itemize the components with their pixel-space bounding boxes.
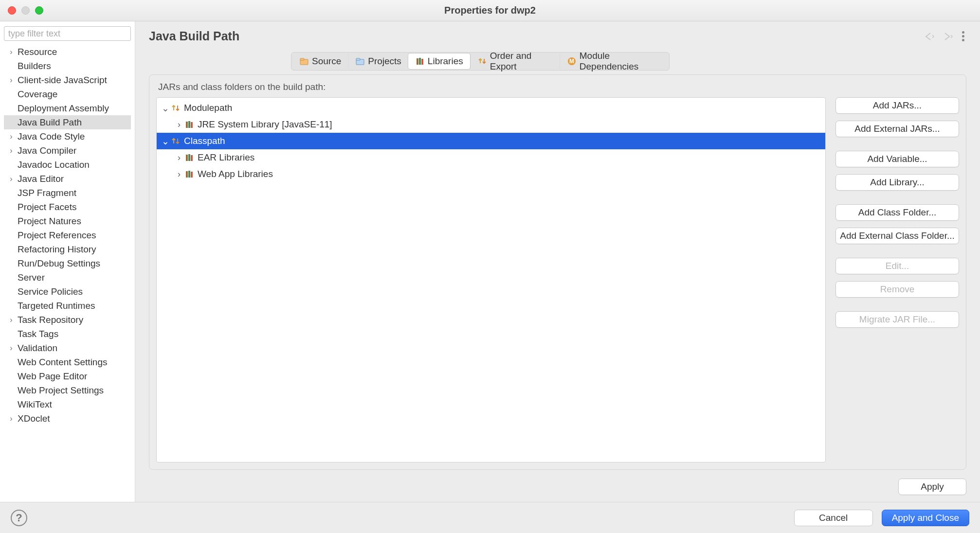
sidebar-item-wikitext[interactable]: WikiText	[4, 397, 131, 411]
sidebar-item-java-editor[interactable]: ›Java Editor	[4, 172, 131, 186]
page-title: Java Build Path	[149, 29, 239, 43]
svg-rect-4	[417, 58, 418, 65]
tab-bar: SourceProjectsLibrariesOrder and ExportM…	[291, 52, 670, 71]
window-title: Properties for dwp2	[444, 5, 536, 16]
sidebar-item-java-code-style[interactable]: ›Java Code Style	[4, 129, 131, 143]
apply-and-close-button[interactable]: Apply and Close	[882, 510, 969, 526]
add-jars-button[interactable]: Add JARs...	[835, 97, 959, 114]
nav-forward-icon[interactable]	[940, 32, 954, 41]
sidebar-item-client-side-javascript[interactable]: ›Client-side JavaScript	[4, 73, 131, 87]
sidebar-item-run-debug-settings[interactable]: Run/Debug Settings	[4, 256, 131, 270]
tab-label: Libraries	[428, 56, 463, 67]
help-icon[interactable]: ?	[11, 510, 27, 526]
sidebar-item-label: JSP Fragment	[16, 188, 76, 198]
sidebar-item-task-tags[interactable]: Task Tags	[4, 327, 131, 341]
sidebar-item-refactoring-history[interactable]: Refactoring History	[4, 242, 131, 256]
sidebar-item-label: Targeted Runtimes	[16, 301, 95, 311]
sidebar-item-validation[interactable]: ›Validation	[4, 341, 131, 355]
sidebar-item-java-build-path[interactable]: Java Build Path	[4, 115, 131, 129]
tree-row-label: Web App Libraries	[198, 169, 273, 179]
sidebar-item-web-page-editor[interactable]: Web Page Editor	[4, 369, 131, 383]
remove-button: Remove	[835, 281, 959, 298]
chevron-right-icon[interactable]: ›	[174, 119, 184, 130]
sidebar-item-java-compiler[interactable]: ›Java Compiler	[4, 143, 131, 158]
sidebar-item-project-facets[interactable]: Project Facets	[4, 200, 131, 214]
sidebar-item-web-content-settings[interactable]: Web Content Settings	[4, 355, 131, 369]
sidebar-item-label: Project Facets	[16, 202, 76, 213]
sidebar-item-javadoc-location[interactable]: Javadoc Location	[4, 158, 131, 172]
tree-row-label: EAR Libraries	[198, 152, 254, 163]
nav-back-icon[interactable]	[924, 32, 937, 41]
add-variable-button[interactable]: Add Variable...	[835, 151, 959, 167]
sidebar-item-coverage[interactable]: Coverage	[4, 87, 131, 101]
tab-order-and-export[interactable]: Order and Export	[470, 53, 560, 69]
module-path-icon	[170, 136, 181, 146]
apply-button[interactable]: Apply	[898, 479, 966, 495]
tree-row-jre-system-library-javase-11-[interactable]: ›JRE System Library [JavaSE-11]	[157, 116, 825, 133]
tab-projects[interactable]: Projects	[348, 53, 408, 69]
sidebar-item-label: Web Project Settings	[16, 385, 104, 396]
view-menu-icon[interactable]	[960, 31, 966, 41]
sidebar-item-label: Server	[16, 272, 45, 283]
libraries-description: JARs and class folders on the build path…	[149, 82, 966, 97]
sidebar-item-project-references[interactable]: Project References	[4, 228, 131, 242]
sidebar-item-label: Project References	[16, 230, 96, 241]
sidebar-item-deployment-assembly[interactable]: Deployment Assembly	[4, 101, 131, 115]
svg-text:M: M	[569, 58, 574, 65]
tab-libraries[interactable]: Libraries	[408, 53, 471, 70]
svg-rect-1	[300, 58, 304, 60]
sidebar-item-label: Service Policies	[16, 286, 83, 297]
tree-row-modulepath[interactable]: ⌄Modulepath	[157, 100, 825, 116]
sidebar-item-label: Java Code Style	[16, 131, 85, 142]
sidebar-item-label: Web Page Editor	[16, 371, 87, 382]
add-class-folder-button[interactable]: Add Class Folder...	[835, 204, 959, 221]
sidebar-item-task-repository[interactable]: ›Task Repository	[4, 313, 131, 327]
tab-label: Projects	[368, 56, 401, 67]
tab-module-dependencies[interactable]: MModule Dependencies	[560, 53, 668, 69]
tree-row-web-app-libraries[interactable]: ›Web App Libraries	[157, 166, 825, 182]
module-icon: M	[567, 56, 577, 66]
tree-row-label: Modulepath	[184, 103, 232, 113]
sidebar-item-xdoclet[interactable]: ›XDoclet	[4, 411, 131, 426]
tree-row-label: Classpath	[184, 136, 225, 146]
tab-label: Source	[312, 56, 341, 67]
add-external-jars-button[interactable]: Add External JARs...	[835, 121, 959, 137]
svg-rect-14	[191, 155, 193, 161]
sidebar-item-resource[interactable]: ›Resource	[4, 45, 131, 59]
sidebar-item-service-policies[interactable]: Service Policies	[4, 284, 131, 299]
sidebar-item-jsp-fragment[interactable]: JSP Fragment	[4, 186, 131, 200]
sidebar-item-web-project-settings[interactable]: Web Project Settings	[4, 383, 131, 397]
sidebar-item-builders[interactable]: Builders	[4, 59, 131, 73]
minimize-window-icon	[21, 6, 30, 15]
chevron-down-icon[interactable]: ⌄	[161, 136, 170, 147]
svg-rect-11	[191, 122, 193, 128]
svg-rect-17	[191, 172, 193, 178]
tree-row-ear-libraries[interactable]: ›EAR Libraries	[157, 149, 825, 166]
sidebar-item-label: Javadoc Location	[16, 160, 90, 170]
svg-rect-5	[419, 58, 421, 65]
chevron-right-icon[interactable]: ›	[174, 152, 184, 163]
sidebar-item-label: Coverage	[16, 89, 57, 100]
zoom-window-icon[interactable]	[35, 6, 43, 15]
sidebar-item-label: Java Editor	[16, 174, 64, 184]
chevron-right-icon[interactable]: ›	[174, 169, 184, 179]
sidebar-item-project-natures[interactable]: Project Natures	[4, 214, 131, 228]
sidebar-item-label: Task Tags	[16, 329, 58, 339]
cancel-button[interactable]: Cancel	[794, 510, 873, 526]
close-window-icon[interactable]	[8, 6, 16, 15]
sidebar-item-server[interactable]: Server	[4, 270, 131, 284]
expand-icon: ›	[7, 146, 16, 155]
add-library-button[interactable]: Add Library...	[835, 174, 959, 191]
classpath-tree[interactable]: ⌄Modulepath›JRE System Library [JavaSE-1…	[156, 97, 826, 462]
tab-source[interactable]: Source	[292, 53, 348, 69]
svg-rect-10	[188, 121, 190, 128]
library-icon	[184, 169, 195, 179]
sidebar-item-label: Java Build Path	[16, 117, 82, 128]
chevron-down-icon[interactable]: ⌄	[161, 103, 170, 114]
expand-icon: ›	[7, 316, 16, 324]
main-panel: Java Build Path SourceProjectsLibrariesO…	[135, 21, 980, 502]
tree-row-classpath[interactable]: ⌄Classpath	[157, 133, 825, 149]
sidebar-item-targeted-runtimes[interactable]: Targeted Runtimes	[4, 299, 131, 313]
add-external-class-folder-button[interactable]: Add External Class Folder...	[835, 228, 959, 244]
filter-input[interactable]	[4, 26, 131, 41]
